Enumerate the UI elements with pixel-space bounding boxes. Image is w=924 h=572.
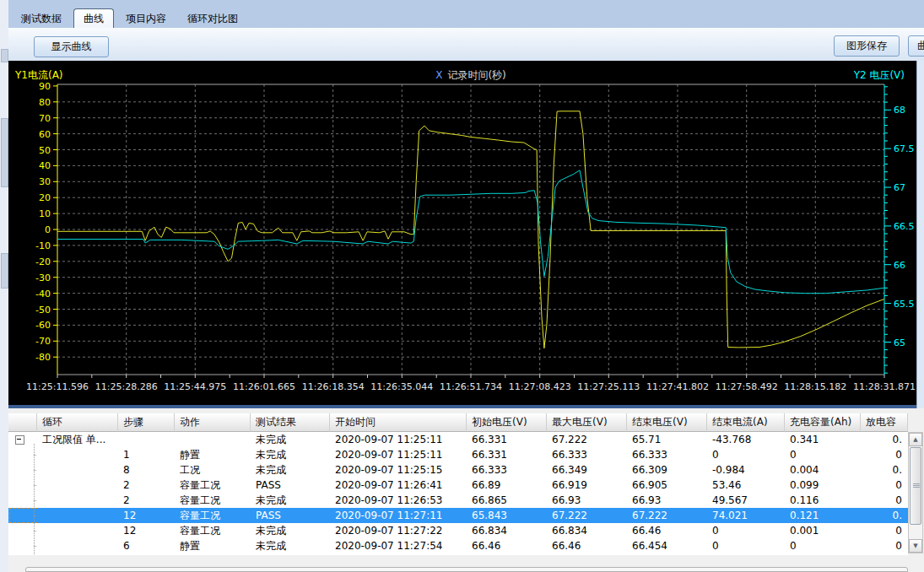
column-header-start[interactable]: 开始时间	[330, 413, 467, 432]
x-axis-title: X记录时间(秒)	[57, 68, 884, 83]
cell-vmax: 66.46	[547, 538, 627, 553]
cell-action: 工况	[175, 462, 251, 478]
tab-4[interactable]: 循环对比图	[178, 10, 247, 28]
cell-vend: 65.71	[627, 432, 707, 447]
table-row-2[interactable]: 1静置未完成2020-09-07 11:25:1166.33166.33366.…	[8, 447, 908, 462]
tree-collapse-icon[interactable]	[15, 435, 24, 445]
svg-text:11:26:01.665: 11:26:01.665	[233, 381, 295, 392]
cell-start: 2020-09-07 11:26:53	[330, 493, 467, 508]
cell-step: 12	[118, 553, 175, 555]
cell-vend: 66.905	[627, 478, 707, 493]
svg-text:40: 40	[39, 160, 51, 171]
table-row-3[interactable]: 8工况未完成2020-09-07 11:25:1566.33366.34966.…	[8, 462, 908, 478]
column-header-step[interactable]: 步骤	[118, 413, 175, 432]
cell-iend: 0	[707, 447, 785, 462]
column-header-result[interactable]: 测试结果	[251, 413, 330, 432]
table-row-6[interactable]: 12容量工况PASS2020-09-07 11:27:1165.84367.22…	[8, 508, 908, 523]
cell-start: 2020-09-07 11:25:15	[330, 462, 467, 478]
column-header-v0[interactable]: 初始电压(V)	[467, 413, 547, 432]
cell-result: 未完成	[251, 462, 330, 478]
column-header-iend[interactable]: 结束电流(A)	[707, 413, 785, 432]
svg-text:11:25:11.596: 11:25:11.596	[26, 381, 89, 392]
cell-cycle	[37, 538, 118, 553]
cell-cap_chg: 0.116	[785, 493, 861, 508]
table-row-8[interactable]: 6静置未完成2020-09-07 11:27:5466.4666.4666.45…	[8, 538, 908, 553]
cell-cap_dis: 0.	[861, 462, 908, 478]
save-graph-button[interactable]: 图形保存	[834, 35, 900, 57]
cell-cycle	[37, 493, 118, 508]
cell-iend: 0	[707, 523, 785, 538]
cell-vmax: 66.93	[547, 493, 627, 508]
table-horizontal-scrollbar[interactable]	[25, 567, 908, 572]
svg-text:-30: -30	[35, 273, 51, 283]
scroll-up-button[interactable]: ▲	[909, 433, 922, 446]
svg-text:50: 50	[39, 145, 51, 156]
cell-tree	[8, 493, 37, 508]
cell-result: PASS	[251, 553, 330, 555]
table-header: 循环步骤动作测试结果开始时间初始电压(V)最大电压(V)结束电压(V)结束电流(…	[8, 413, 908, 432]
cell-v0: 66.333	[467, 462, 547, 478]
cell-vend: 67.222	[627, 508, 707, 523]
table-row-7[interactable]: 12容量工况未完成2020-09-07 11:27:2266.83466.834…	[8, 523, 908, 538]
cell-cap_chg: 0.004	[785, 462, 861, 478]
cell-v0: 66.46	[467, 538, 547, 553]
cell-cap_chg: 0.099	[785, 478, 861, 493]
table-row-9[interactable]: 12容量工况PASS2020-09-07 11:27:5665.82165.82…	[8, 553, 908, 555]
cell-cycle	[37, 523, 118, 538]
cell-v0: 66.89	[467, 478, 547, 493]
cell-action: 容量工况	[175, 523, 251, 538]
cell-start: 2020-09-07 11:27:54	[330, 538, 467, 553]
scrollbar-thumb[interactable]	[910, 447, 921, 525]
column-header-cycle[interactable]: 循环	[37, 413, 118, 432]
results-table-panel: 循环步骤动作测试结果开始时间初始电压(V)最大电压(V)结束电压(V)结束电流(…	[8, 408, 924, 572]
cell-cap_dis: 0	[861, 538, 908, 553]
chart-grid	[57, 84, 884, 375]
tab-3[interactable]: 项目内容	[116, 10, 176, 28]
svg-text:66.5: 66.5	[894, 221, 915, 232]
cell-v0: 66.331	[467, 432, 547, 447]
tab-1[interactable]: 测试数据	[12, 10, 71, 28]
cell-vmax: 67.222	[547, 508, 627, 523]
column-header-cap_chg[interactable]: 充电容量(Ah)	[785, 413, 861, 432]
thumb-grip-icon	[913, 483, 920, 488]
scroll-down-button[interactable]: ▼	[909, 539, 922, 553]
table-row-5[interactable]: 2容量工况未完成2020-09-07 11:26:5366.86566.9366…	[8, 493, 908, 508]
cell-start: 2020-09-07 11:26:41	[330, 478, 467, 493]
svg-text:-60: -60	[35, 320, 51, 331]
cell-result: 未完成	[251, 493, 330, 508]
tab-strip: 测试数据曲线项目内容循环对比图	[8, 0, 924, 28]
svg-text:11:27:41.802: 11:27:41.802	[646, 381, 709, 392]
cell-iend: 53.46	[707, 478, 785, 493]
column-header-cap_dis[interactable]: 放电容	[861, 413, 908, 432]
cell-cap_dis: 0.	[861, 553, 908, 555]
cell-tree	[8, 538, 37, 553]
tab-2[interactable]: 曲线	[73, 8, 114, 28]
x-axis-label: 记录时间(秒)	[447, 69, 505, 81]
cell-vend: 65.657	[627, 553, 707, 555]
cell-action: 容量工况	[175, 478, 251, 493]
cell-action: 容量工况	[175, 553, 251, 555]
svg-text:11:27:58.492: 11:27:58.492	[716, 381, 778, 392]
column-header-vmax[interactable]: 最大电压(V)	[547, 413, 627, 432]
show-curve-button[interactable]: 显示曲线	[34, 36, 109, 57]
svg-text:11:26:18.354: 11:26:18.354	[302, 381, 365, 392]
svg-text:68: 68	[894, 105, 905, 116]
column-header-vend[interactable]: 结束电压(V)	[627, 413, 707, 432]
cell-cycle	[37, 553, 118, 555]
table-row-1[interactable]: 工况限值 单...未完成2020-09-07 11:25:1166.33167.…	[8, 432, 908, 447]
cell-cap_dis: 0.	[861, 432, 908, 447]
cell-vmax: 65.821	[547, 553, 627, 555]
column-header-tree[interactable]	[8, 413, 37, 432]
column-header-action[interactable]: 动作	[175, 413, 251, 432]
cell-cap_dis: 0	[861, 447, 908, 462]
cell-vend: 66.93	[627, 493, 707, 508]
table-row-4[interactable]: 2容量工况PASS2020-09-07 11:26:4166.8966.9196…	[8, 478, 908, 493]
cell-iend: -74.02	[707, 553, 785, 555]
clipped-curve-button[interactable]: 曲	[908, 35, 924, 57]
cell-iend: 0	[707, 538, 785, 553]
svg-text:70: 70	[39, 113, 51, 124]
cell-tree	[8, 432, 37, 447]
table-vertical-scrollbar[interactable]: ▲ ▼	[908, 432, 923, 553]
svg-text:11:28:31.871: 11:28:31.871	[853, 381, 916, 392]
cell-vmax: 67.222	[547, 432, 627, 447]
